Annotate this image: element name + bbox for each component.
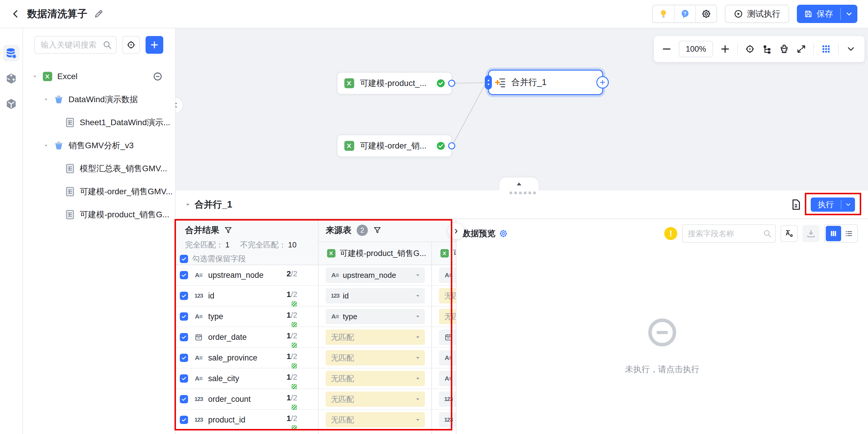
merge-field-row[interactable]: 123product_id1/2 — [176, 410, 318, 430]
rail-item-models[interactable] — [3, 96, 20, 112]
field-checkbox[interactable] — [180, 416, 188, 424]
mapping-row: A≡type — [318, 306, 431, 327]
field-mapping-select[interactable]: A≡ — [439, 350, 456, 366]
merge-field-row[interactable]: A≡sale_province1/2 — [176, 348, 318, 368]
field-settings-button[interactable]: A — [781, 225, 798, 242]
node-palette-button[interactable] — [821, 44, 831, 54]
rail-item-datasource[interactable] — [3, 45, 20, 61]
output-port[interactable] — [448, 80, 455, 87]
field-mapping-select[interactable]: 123 — [439, 392, 456, 407]
mapping-row: 无匹配 — [318, 368, 431, 389]
field-mapping-select[interactable] — [439, 330, 456, 345]
tree-item[interactable]: Excel — [23, 65, 175, 88]
input-port[interactable] — [485, 75, 492, 89]
back-icon[interactable] — [11, 9, 21, 19]
panel-header: 合并行_1 执行 — [176, 190, 868, 218]
field-mapping-select[interactable]: A≡upstream_node — [326, 268, 425, 283]
save-dropdown-button[interactable] — [841, 5, 857, 23]
field-type-string-icon: A≡ — [329, 313, 341, 320]
save-button[interactable]: 保存 — [797, 5, 857, 23]
merge-field-row[interactable]: 123id1/2 — [176, 286, 318, 306]
field-checkbox[interactable] — [180, 312, 188, 321]
locate-node-button[interactable] — [122, 36, 140, 54]
add-downstream-button[interactable] — [596, 76, 609, 89]
list-view-button[interactable] — [841, 226, 857, 241]
merge-field-row[interactable]: A≡type1/2 — [176, 306, 318, 327]
zoom-level[interactable]: 100% — [679, 41, 713, 57]
run-button[interactable]: 执行 — [811, 197, 855, 212]
field-type-number-icon: 123 — [193, 292, 205, 299]
field-checkbox[interactable] — [180, 292, 188, 300]
merge-field-row[interactable]: order_date1/2 — [176, 327, 318, 348]
log-document-button[interactable] — [790, 199, 802, 211]
field-mapping-select[interactable]: A≡ — [439, 268, 456, 283]
clear-canvas-button[interactable] — [779, 44, 789, 54]
field-checkbox[interactable] — [180, 271, 188, 279]
field-checkbox[interactable] — [180, 374, 188, 383]
merge-field-row[interactable]: 123order_count1/2 — [176, 389, 318, 410]
chevron-down-icon — [415, 376, 421, 381]
fullscreen-icon[interactable] — [796, 44, 806, 54]
run-dropdown-button[interactable] — [841, 197, 855, 212]
merge-field-row[interactable]: A≡sale_city1/2 — [176, 368, 318, 389]
tree-item[interactable]: 销售GMV分析_v3 — [23, 134, 175, 157]
success-check-icon — [436, 141, 445, 151]
toolbar-collapse-button[interactable] — [846, 44, 856, 54]
field-mapping-select[interactable]: 无匹配 — [326, 392, 425, 407]
locate-center-button[interactable] — [745, 44, 755, 54]
rail-item-operators[interactable] — [3, 70, 20, 87]
auto-layout-button[interactable] — [762, 44, 772, 54]
tree-item[interactable]: 可建模-product_销售G... — [23, 203, 175, 226]
merge-field-row[interactable]: A≡upstream_node2/2 — [176, 265, 318, 286]
download-button[interactable] — [802, 225, 819, 242]
add-dataset-button[interactable] — [146, 36, 163, 54]
panel-collapse-tab[interactable] — [500, 178, 538, 190]
excel-icon — [326, 248, 336, 258]
tree-caret-icon[interactable] — [32, 73, 42, 80]
node-merge-rows[interactable]: 合并行_1 — [488, 70, 603, 95]
settings-button[interactable] — [695, 5, 717, 23]
field-mapping-select[interactable]: 123 — [439, 412, 456, 428]
filter-icon[interactable] — [224, 226, 232, 235]
field-checkbox[interactable] — [180, 333, 188, 341]
test-run-button[interactable]: 测试执行 — [725, 5, 789, 23]
remove-source-icon[interactable] — [153, 71, 163, 82]
zoom-in-button[interactable] — [720, 44, 730, 54]
tree-caret-icon[interactable] — [43, 143, 53, 149]
zoom-out-button[interactable] — [662, 44, 672, 54]
panel-drag-handle[interactable] — [509, 192, 536, 194]
node-order-table[interactable]: 可建模-order_销... — [337, 135, 452, 157]
preview-settings-button[interactable] — [499, 229, 508, 238]
filter-icon[interactable] — [373, 226, 381, 235]
field-mapping-select[interactable]: 无匹配 — [326, 412, 425, 428]
field-mapping-select[interactable]: A≡type — [326, 309, 425, 324]
tree-item[interactable]: DataWind演示数据 — [23, 88, 175, 111]
warning-icon[interactable]: ! — [664, 227, 677, 240]
tips-button[interactable] — [653, 5, 674, 23]
output-port[interactable] — [448, 142, 455, 149]
column-view-button[interactable] — [826, 226, 841, 241]
select-all-checkbox[interactable] — [180, 255, 188, 263]
field-mapping-select[interactable]: A≡ — [439, 371, 456, 386]
operator-cube-icon — [5, 72, 18, 85]
field-search-input[interactable] — [682, 224, 776, 243]
tree-item[interactable]: 模型汇总表_销售GMV... — [23, 157, 175, 180]
top-bar: 数据清洗算子 ? 测试执行 保 — [0, 0, 868, 28]
edit-title-icon[interactable] — [94, 9, 103, 19]
collapse-caret-icon[interactable] — [185, 202, 191, 208]
field-mapping-select[interactable]: 123id — [326, 288, 425, 304]
config-collapse-button[interactable] — [448, 223, 464, 239]
node-product-table[interactable]: 可建模-product_... — [337, 72, 452, 94]
help-button[interactable]: ? — [674, 5, 695, 23]
tree-item[interactable]: Sheet1_DataWind演示... — [23, 111, 175, 134]
field-mapping-select[interactable]: 无匹配 — [326, 371, 425, 386]
field-mapping-select[interactable]: 无匹配 — [439, 309, 456, 324]
field-checkbox[interactable] — [180, 354, 188, 362]
field-mapping-select[interactable]: 无匹配 — [326, 350, 425, 366]
flow-canvas[interactable]: 可建模-product_... 可建模-order_销... 合并行_1 100… — [176, 28, 868, 190]
field-mapping-select[interactable]: 无匹配 — [326, 330, 425, 345]
field-checkbox[interactable] — [180, 395, 188, 403]
field-mapping-select[interactable]: 无匹配 — [439, 288, 456, 304]
tree-item[interactable]: 可建模-order_销售GMV... — [23, 180, 175, 203]
tree-caret-icon[interactable] — [43, 97, 53, 102]
